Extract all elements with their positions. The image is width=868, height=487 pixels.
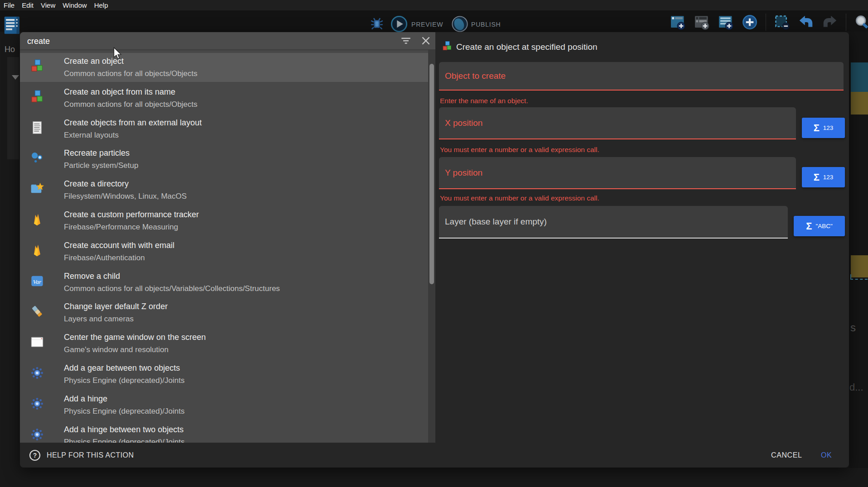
list-item-subtitle: Physics Engine (deprecated)/Joints — [64, 438, 184, 443]
list-item-subtitle: Game's window and resolution — [64, 345, 169, 354]
y-position-label: Y position — [445, 168, 482, 178]
list-item[interactable]: Create an object from its nameCommon act… — [20, 84, 428, 113]
list-item[interactable]: Add a gear between two objectsPhysics En… — [20, 360, 428, 389]
edge-text-fragment: s — [850, 321, 856, 334]
x-position-field[interactable]: X position — [439, 107, 796, 139]
menu-view[interactable]: View — [41, 1, 55, 9]
search-header — [20, 32, 435, 49]
action-parameters-panel: Create an object at specified position O… — [435, 32, 849, 443]
expression-type-label: 123 — [823, 174, 834, 181]
ok-button[interactable]: OK — [818, 443, 834, 468]
object-to-create-field[interactable]: Object to create — [439, 62, 844, 91]
list-item[interactable]: Change layer default Z orderLayers and c… — [20, 298, 428, 327]
instruction-editor-dialog: Create an objectCommon actions for all o… — [20, 32, 849, 468]
menu-file[interactable]: File — [4, 1, 14, 9]
sigma-icon: Σ — [814, 123, 820, 133]
list-item[interactable]: VarRemove a childCommon actions for all … — [20, 268, 428, 297]
x-position-expression-button[interactable]: Σ123 — [802, 118, 845, 138]
list-item[interactable]: Create an objectCommon actions for all o… — [20, 53, 428, 82]
particles-icon — [30, 151, 44, 165]
layer-field[interactable]: Layer (base layer if empty) — [439, 206, 788, 239]
physics-joint-icon — [30, 427, 44, 442]
add-external-events-icon[interactable] — [694, 14, 710, 30]
list-item-title: Create an object from its name — [64, 87, 175, 97]
list-item[interactable]: Add a hinge between two objectsPhysics E… — [20, 421, 428, 443]
action-search-panel: Create an objectCommon actions for all o… — [20, 32, 435, 443]
publish-button[interactable]: PUBLISH — [471, 21, 501, 28]
publish-sphere-icon[interactable] — [451, 15, 468, 33]
list-item-subtitle: Physics Engine (deprecated)/Joints — [64, 407, 184, 416]
list-item[interactable]: Add a hingePhysics Engine (deprecated)/J… — [20, 391, 428, 420]
home-tab-fragment: Ho — [5, 45, 15, 54]
help-label: HELP FOR THIS ACTION — [47, 451, 134, 459]
firebase-icon — [30, 212, 44, 227]
list-item[interactable]: Recreate particlesParticle system/Setup — [20, 145, 428, 174]
close-icon[interactable] — [420, 35, 432, 47]
help-icon: ? — [29, 449, 41, 461]
object-to-create-label: Object to create — [445, 71, 506, 81]
filter-icon[interactable] — [400, 35, 412, 47]
objects-cubes-icon — [30, 90, 44, 104]
menu-edit[interactable]: Edit — [22, 1, 34, 9]
variable-icon: Var — [30, 274, 44, 288]
list-item-title: Create a custom performance tracker — [64, 210, 199, 220]
list-item-subtitle: Physics Engine (deprecated)/Joints — [64, 376, 184, 385]
list-item-title: Center the game window on the screen — [64, 333, 206, 342]
add-external-layout-icon[interactable] — [718, 14, 734, 30]
menu-bar: FileEditViewWindowHelp — [0, 0, 868, 10]
list-item-title: Create objects from an external layout — [64, 118, 202, 128]
list-item[interactable]: Create objects from an external layoutEx… — [20, 115, 428, 143]
expression-type-label: 123 — [823, 124, 834, 131]
preview-play-icon[interactable] — [391, 15, 408, 33]
list-item-subtitle: Filesystem/Windows, Linux, MacOS — [64, 192, 187, 201]
layer-label: Layer (base layer if empty) — [445, 217, 547, 227]
x-position-label: X position — [445, 118, 482, 128]
list-item-subtitle: Common actions for all objects/Objects — [64, 100, 198, 109]
undo-icon[interactable] — [798, 14, 814, 30]
layer-expression-button[interactable]: Σ"ABC" — [794, 216, 845, 236]
help-button[interactable]: ? HELP FOR THIS ACTION — [29, 443, 134, 468]
add-extension-icon[interactable] — [742, 14, 758, 30]
debug-icon[interactable] — [369, 16, 385, 32]
list-item[interactable]: Create account with with emailFirebase/A… — [20, 237, 428, 266]
physics-joint-icon — [30, 396, 44, 411]
events-block-teal — [851, 62, 868, 92]
events-block-dashed-edge — [850, 274, 868, 280]
search-results-list: Create an objectCommon actions for all o… — [20, 49, 435, 443]
list-item-subtitle: Common actions for all objects/Variables… — [64, 284, 280, 293]
add-scene-icon[interactable] — [670, 14, 686, 30]
list-item[interactable]: Create a custom performance trackerFireb… — [20, 206, 428, 235]
list-item-subtitle: Layers and cameras — [64, 315, 134, 324]
list-item-title: Create account with with email — [64, 241, 174, 250]
deselect-instances-icon[interactable] — [774, 14, 790, 30]
toolbar-right-icons — [670, 14, 868, 31]
search-icon[interactable] — [854, 14, 868, 30]
y-position-error-text: You must enter a number or a valid expre… — [440, 194, 599, 202]
cancel-button[interactable]: CANCEL — [768, 443, 805, 468]
scrollbar-thumb[interactable] — [429, 64, 434, 284]
background-panel — [7, 57, 19, 159]
svg-text:?: ? — [33, 452, 37, 459]
menu-help[interactable]: Help — [94, 1, 108, 9]
object-to-create-error-text: Enter the name of an object. — [440, 97, 528, 105]
physics-joint-icon — [30, 366, 44, 380]
search-input[interactable] — [26, 34, 209, 48]
list-item-subtitle: Particle system/Setup — [64, 161, 138, 170]
preview-button[interactable]: PREVIEW — [411, 21, 443, 28]
y-position-expression-button[interactable]: Σ123 — [802, 167, 845, 187]
toolbar-divider — [846, 14, 846, 31]
list-item[interactable]: Center the game window on the screenGame… — [20, 329, 428, 358]
objects-cubes-icon — [30, 59, 44, 73]
sigma-icon: Σ — [806, 221, 812, 231]
list-item-subtitle: Firebase/Authentication — [64, 253, 145, 263]
project-manager-icon[interactable] — [4, 15, 21, 35]
list-item-title: Create a directory — [64, 179, 129, 189]
folder-star-icon — [30, 181, 44, 196]
menu-window[interactable]: Window — [63, 1, 87, 9]
redo-icon[interactable] — [822, 14, 838, 30]
list-item[interactable]: Create a directoryFilesystem/Windows, Li… — [20, 176, 428, 205]
list-item-title: Add a gear between two objects — [64, 363, 180, 373]
y-position-field[interactable]: Y position — [439, 157, 796, 189]
list-item-title: Create an object — [64, 57, 124, 66]
scrollbar-track — [428, 49, 435, 443]
